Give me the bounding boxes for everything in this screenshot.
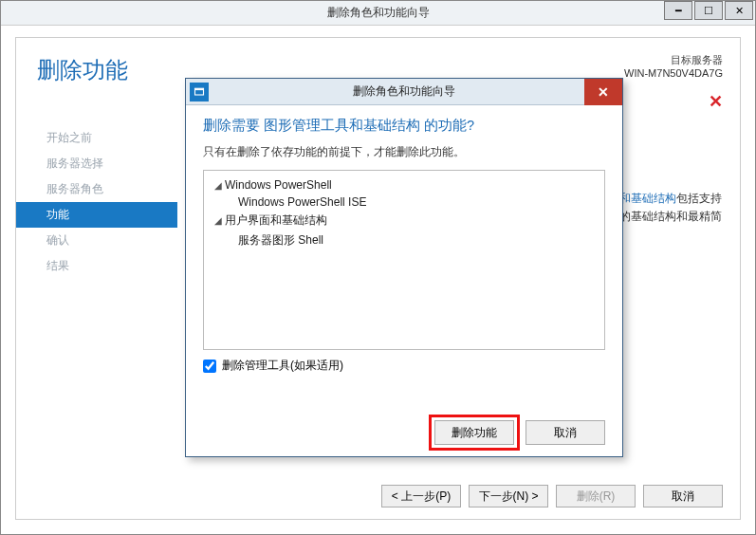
caret-icon: ◢: [212, 215, 225, 226]
next-button[interactable]: 下一步(N) >: [469, 485, 548, 507]
tree-label: Windows PowerShell ISE: [238, 195, 366, 209]
sidebar-item-5[interactable]: 结果: [16, 253, 177, 279]
close-button[interactable]: ✕: [725, 1, 753, 20]
cancel-button[interactable]: 取消: [643, 485, 723, 507]
maximize-button[interactable]: ☐: [694, 1, 723, 20]
sidebar-item-2[interactable]: 服务器角色: [16, 176, 177, 202]
tree-child[interactable]: Windows PowerShell ISE: [212, 194, 597, 211]
remove-tools-checkbox[interactable]: [203, 360, 216, 373]
sidebar-item-0[interactable]: 开始之前: [16, 125, 177, 151]
target-server-name: WIN-M7N50V4DA7G: [624, 67, 723, 79]
tree-label: 用户界面和基础结构: [225, 212, 327, 229]
target-label: 目标服务器: [624, 53, 723, 67]
dialog-description: 只有在删除了依存功能的前提下，才能删除此功能。: [203, 144, 605, 160]
close-icon[interactable]: ✕: [709, 91, 723, 112]
svg-rect-1: [195, 88, 204, 90]
remove-tools-checkbox-row[interactable]: 删除管理工具(如果适用): [203, 358, 605, 374]
sidebar-item-4[interactable]: 确认: [16, 228, 177, 253]
dialog-cancel-button[interactable]: 取消: [526, 420, 605, 445]
window-controls: ━ ☐ ✕: [664, 1, 755, 20]
feature-tree[interactable]: ◢Windows PowerShellWindows PowerShell IS…: [203, 170, 605, 350]
dialog-titlebar: 删除角色和功能向导 ✕: [186, 79, 622, 105]
wizard-buttons: < 上一步(P) 下一步(N) > 删除(R) 取消: [381, 485, 723, 507]
dialog-remove-button[interactable]: 删除功能: [434, 420, 514, 445]
sidebar-item-3[interactable]: 功能: [16, 202, 177, 228]
sidebar: 开始之前服务器选择服务器角色功能确认结果: [16, 125, 177, 279]
remove-button: 删除(R): [556, 485, 636, 507]
tree-label: Windows PowerShell: [225, 178, 332, 192]
dialog-body: 删除需要 图形管理工具和基础结构 的功能? 只有在删除了依存功能的前提下，才能删…: [186, 105, 622, 383]
dialog-question: 删除需要 图形管理工具和基础结构 的功能?: [203, 117, 605, 135]
sidebar-item-1[interactable]: 服务器选择: [16, 151, 177, 176]
tree-label: 服务器图形 Shell: [238, 232, 323, 249]
tree-child[interactable]: 服务器图形 Shell: [212, 231, 597, 250]
target-server-block: 目标服务器 WIN-M7N50V4DA7G: [624, 53, 723, 79]
app-icon: [190, 83, 209, 101]
confirm-dialog: 删除角色和功能向导 ✕ 删除需要 图形管理工具和基础结构 的功能? 只有在删除了…: [185, 78, 623, 457]
dialog-close-button[interactable]: ✕: [584, 79, 622, 105]
tree-node[interactable]: ◢用户界面和基础结构: [212, 211, 597, 231]
dialog-buttons: 删除功能 取消: [434, 420, 605, 445]
window-title: 删除角色和功能向导: [327, 5, 430, 21]
caret-icon: ◢: [212, 180, 225, 191]
titlebar: 删除角色和功能向导 ━ ☐ ✕: [1, 1, 755, 26]
tree-node[interactable]: ◢Windows PowerShell: [212, 176, 597, 194]
dialog-title: 删除角色和功能向导: [353, 83, 455, 100]
minimize-button[interactable]: ━: [664, 1, 692, 20]
remove-tools-label: 删除管理工具(如果适用): [222, 358, 343, 374]
prev-button[interactable]: < 上一步(P): [381, 485, 461, 507]
